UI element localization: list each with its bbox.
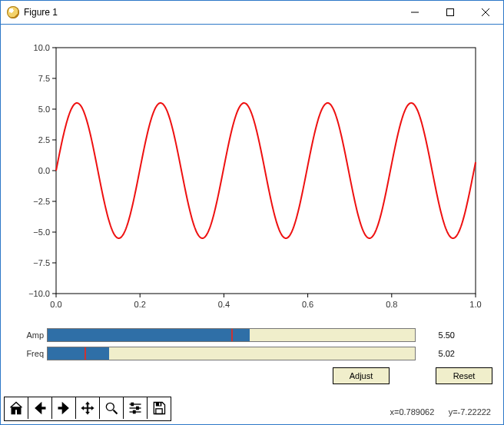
minimize-icon xyxy=(411,8,419,16)
svg-text:0.0: 0.0 xyxy=(38,166,50,175)
svg-text:−7.5: −7.5 xyxy=(33,258,50,267)
save-button[interactable] xyxy=(148,397,171,419)
save-icon xyxy=(151,400,167,416)
svg-rect-40 xyxy=(131,403,134,405)
svg-rect-4 xyxy=(56,48,476,294)
background-fragments xyxy=(0,71,6,393)
freq-label: Freq xyxy=(16,349,47,358)
svg-rect-1 xyxy=(447,9,454,16)
freq-slider-row: Freq 5.02 xyxy=(16,346,485,361)
app-icon xyxy=(7,6,19,18)
svg-text:5.0: 5.0 xyxy=(38,105,50,114)
window-body: −10.0−7.5−5.0−2.50.02.55.07.510.00.00.20… xyxy=(1,25,503,424)
freq-value: 5.02 xyxy=(416,349,455,358)
title-bar: Figure 1 xyxy=(1,1,503,25)
status-y-value: -7.22222 xyxy=(458,407,491,417)
pan-button[interactable] xyxy=(76,397,100,419)
nav-toolbar xyxy=(4,397,171,421)
window-title: Figure 1 xyxy=(24,7,58,18)
svg-rect-45 xyxy=(156,403,162,407)
freq-slider-fill xyxy=(48,347,109,360)
svg-text:10.0: 10.0 xyxy=(34,43,50,52)
maximize-button[interactable] xyxy=(433,1,468,24)
svg-text:0.4: 0.4 xyxy=(218,300,230,309)
sliders-panel: Amp 5.50 Freq 5.02 xyxy=(16,327,485,364)
amp-slider[interactable] xyxy=(47,328,416,342)
home-button[interactable] xyxy=(5,397,28,419)
zoom-button[interactable] xyxy=(100,397,124,419)
svg-rect-42 xyxy=(137,407,139,409)
amp-slider-row: Amp 5.50 xyxy=(16,327,485,343)
sliders-icon xyxy=(128,400,143,416)
cursor-status: x=0.789062 y=-7.22222 xyxy=(390,407,491,417)
move-icon xyxy=(80,400,95,416)
status-x-value: 0.789062 xyxy=(399,407,434,417)
amp-slider-mark xyxy=(231,329,233,341)
svg-line-38 xyxy=(114,410,118,414)
svg-text:0.0: 0.0 xyxy=(50,300,61,309)
minimize-button[interactable] xyxy=(397,1,433,24)
amp-label: Amp xyxy=(16,330,47,340)
svg-text:7.5: 7.5 xyxy=(38,74,50,83)
chart-svg: −10.0−7.5−5.0−2.50.02.55.07.510.00.00.20… xyxy=(10,32,486,324)
back-arrow-icon xyxy=(32,400,48,416)
svg-text:2.5: 2.5 xyxy=(38,135,50,144)
svg-rect-44 xyxy=(134,410,136,413)
home-icon xyxy=(8,400,24,416)
svg-text:0.8: 0.8 xyxy=(386,300,397,309)
configure-button[interactable] xyxy=(124,397,148,419)
forward-arrow-icon xyxy=(56,400,71,416)
chart[interactable]: −10.0−7.5−5.0−2.50.02.55.07.510.00.00.20… xyxy=(10,32,486,324)
svg-text:−5.0: −5.0 xyxy=(33,227,50,237)
svg-text:0.6: 0.6 xyxy=(302,300,313,309)
svg-text:1.0: 1.0 xyxy=(469,300,481,309)
forward-button[interactable] xyxy=(52,397,76,419)
adjust-button[interactable]: Adjust xyxy=(333,367,390,384)
svg-text:0.2: 0.2 xyxy=(134,300,146,309)
amp-slider-fill xyxy=(48,329,250,341)
svg-point-37 xyxy=(106,403,114,410)
freq-slider[interactable] xyxy=(47,347,416,360)
svg-text:−2.5: −2.5 xyxy=(33,197,50,206)
svg-text:−10.0: −10.0 xyxy=(28,289,50,298)
figure-window: Figure 1 −10.0−7.5−5.0−2.50.02.55.07.510… xyxy=(0,0,504,425)
back-button[interactable] xyxy=(28,397,52,419)
svg-rect-47 xyxy=(159,403,161,405)
amp-value: 5.50 xyxy=(416,330,455,340)
svg-rect-46 xyxy=(156,409,162,414)
status-x-label: x= xyxy=(390,407,399,417)
button-row: Adjust Reset xyxy=(1,367,492,389)
reset-button[interactable]: Reset xyxy=(436,367,492,384)
maximize-icon xyxy=(446,8,454,16)
close-button[interactable] xyxy=(468,1,503,24)
close-icon xyxy=(482,8,489,16)
zoom-icon xyxy=(104,400,119,416)
freq-slider-mark xyxy=(85,347,86,360)
status-y-label: y= xyxy=(449,407,458,417)
